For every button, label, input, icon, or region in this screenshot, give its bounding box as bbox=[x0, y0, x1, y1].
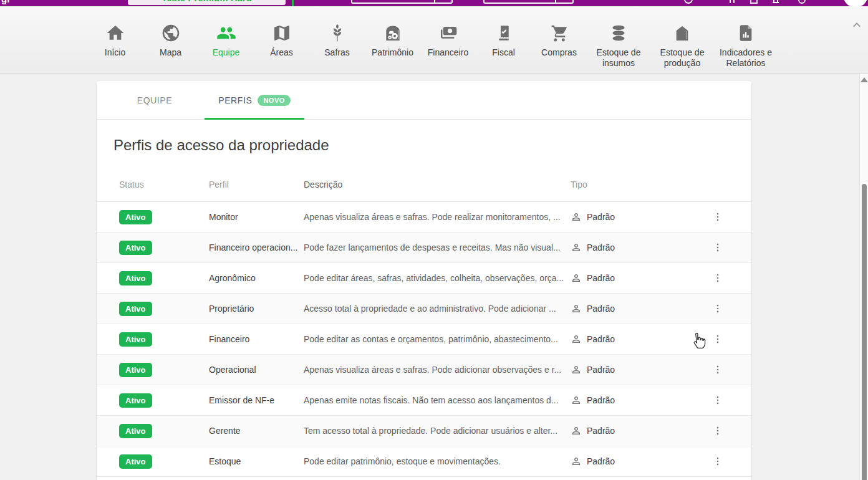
nav-item-label: Safras bbox=[324, 47, 349, 58]
profile-name: Operacional bbox=[209, 365, 304, 375]
nav-item-safras[interactable]: Safras bbox=[309, 6, 365, 73]
table-row[interactable]: Ativo Proprietário Acesso total à propri… bbox=[97, 294, 751, 324]
nav-item-label: Início bbox=[105, 47, 125, 58]
nav-item-indicadores[interactable]: Indicadores e Relatórios bbox=[714, 6, 778, 73]
person-icon bbox=[571, 242, 582, 253]
row-menu-button[interactable] bbox=[712, 364, 723, 375]
tab-bar: EQUIPE PERFIS NOVO bbox=[97, 81, 751, 120]
tab-equipe-label: EQUIPE bbox=[137, 95, 173, 105]
receipt-check-icon bbox=[494, 22, 514, 44]
nav-item-equipe[interactable]: Equipe bbox=[198, 6, 254, 73]
nav-item-inicio[interactable]: Início bbox=[87, 6, 143, 73]
tab-perfis-label: PERFIS bbox=[218, 95, 252, 105]
nav-item-areas[interactable]: Áreas bbox=[254, 6, 309, 73]
type-cell: Padrão bbox=[571, 456, 709, 467]
nav-item-financeiro[interactable]: Financeiro bbox=[420, 6, 476, 73]
table-row[interactable]: Ativo Emissor de NF-e Apenas emite notas… bbox=[97, 385, 751, 416]
table-row[interactable]: Ativo Financeiro operacion... Pode fazer… bbox=[97, 233, 751, 263]
tab-perfis[interactable]: PERFIS NOVO bbox=[205, 81, 304, 119]
page-title: Perfis de acesso da propriedade bbox=[113, 135, 751, 156]
scrollbar-up-arrow[interactable] bbox=[861, 77, 868, 82]
profile-description: Tem acesso total à propriedade. Pode adi… bbox=[304, 426, 571, 436]
person-icon bbox=[571, 364, 582, 375]
avatar[interactable] bbox=[843, 0, 868, 6]
type-label: Padrão bbox=[587, 212, 615, 222]
table-row[interactable]: Ativo Operacional Apenas visualiza áreas… bbox=[97, 355, 751, 385]
status-cell: Ativo bbox=[119, 241, 209, 255]
profile-name: Financeiro bbox=[209, 334, 304, 344]
plan-banner-divider bbox=[292, 0, 294, 6]
status-cell: Ativo bbox=[119, 302, 209, 316]
table-row[interactable]: Ativo Financeiro Pode editar as contas e… bbox=[97, 324, 751, 355]
nav-item-label: Fiscal bbox=[492, 47, 515, 58]
nav-item-patrimonio[interactable]: Patrimônio bbox=[365, 6, 420, 73]
row-menu-button[interactable] bbox=[712, 425, 723, 436]
cart-icon bbox=[549, 22, 569, 44]
nav-item-estoque-producao[interactable]: Estoque de produção bbox=[650, 6, 714, 73]
nav-item-label: Patrimônio bbox=[372, 47, 413, 58]
table-row[interactable]: Ativo Monitor Apenas visualiza áreas e s… bbox=[97, 202, 751, 233]
row-menu-button[interactable] bbox=[712, 395, 723, 406]
nav-item-fiscal[interactable]: Fiscal bbox=[476, 6, 531, 73]
property-selector[interactable]: Teste Lab bbox=[483, 0, 574, 4]
collapse-nav-button[interactable] bbox=[849, 17, 864, 32]
help-icon[interactable] bbox=[683, 0, 693, 4]
people-icon bbox=[216, 22, 236, 44]
type-cell: Padrão bbox=[571, 395, 709, 406]
database-icon bbox=[609, 22, 629, 44]
column-header-tipo: Tipo bbox=[571, 180, 709, 190]
profile-menu-icon[interactable] bbox=[797, 0, 807, 4]
status-badge: Ativo bbox=[119, 424, 152, 438]
status-badge: Ativo bbox=[119, 332, 152, 347]
map-icon bbox=[272, 22, 292, 44]
column-header-status: Status bbox=[119, 180, 209, 190]
row-menu-button[interactable] bbox=[712, 211, 723, 223]
notifications-icon[interactable] bbox=[771, 0, 781, 4]
status-badge: Ativo bbox=[119, 210, 152, 224]
status-cell: Ativo bbox=[119, 210, 209, 224]
status-badge: Ativo bbox=[119, 454, 152, 469]
status-cell: Ativo bbox=[119, 454, 209, 469]
type-label: Padrão bbox=[587, 334, 615, 344]
row-menu-button[interactable] bbox=[712, 303, 723, 314]
nav-item-label: Áreas bbox=[270, 47, 293, 58]
row-menu-button[interactable] bbox=[712, 456, 723, 467]
table-row[interactable]: Ativo Estoque Pode editar patrimônio, es… bbox=[97, 446, 751, 477]
kebab-menu-icon bbox=[712, 334, 723, 345]
tab-equipe[interactable]: EQUIPE bbox=[105, 81, 205, 119]
type-label: Padrão bbox=[587, 242, 615, 252]
profile-name: Agronômico bbox=[209, 273, 304, 283]
person-icon bbox=[571, 211, 582, 223]
plan-banner[interactable]: Teste Premium Hard bbox=[128, 0, 286, 5]
report-chart-icon bbox=[736, 22, 756, 44]
nav-item-mapa[interactable]: Mapa bbox=[143, 6, 198, 73]
banknote-icon bbox=[438, 22, 458, 44]
kebab-menu-icon bbox=[712, 303, 723, 314]
profile-name: Financeiro operacion... bbox=[209, 242, 304, 252]
silo-icon bbox=[672, 22, 692, 44]
scrollbar-track[interactable] bbox=[859, 74, 868, 480]
nav-item-label: Estoque de produção bbox=[650, 47, 714, 69]
scrollbar-thumb[interactable] bbox=[862, 184, 867, 480]
type-cell: Padrão bbox=[571, 242, 709, 253]
status-cell: Ativo bbox=[119, 393, 209, 408]
nav-item-estoque-insumos[interactable]: Estoque de insumos bbox=[587, 6, 650, 73]
person-icon bbox=[571, 334, 582, 345]
type-cell: Padrão bbox=[571, 334, 709, 345]
profile-description: Pode fazer lançamentos de despesas e rec… bbox=[304, 242, 571, 252]
gift-icon[interactable] bbox=[749, 0, 759, 4]
table-row[interactable]: Ativo Agronômico Pode editar áreas, safr… bbox=[97, 263, 751, 294]
row-menu-button[interactable] bbox=[712, 242, 723, 253]
updates-icon[interactable] bbox=[727, 0, 737, 4]
status-cell: Ativo bbox=[119, 424, 209, 438]
nav-item-compras[interactable]: Compras bbox=[531, 6, 587, 73]
kebab-menu-icon bbox=[712, 272, 723, 284]
nav-item-label: Indicadores e Relatórios bbox=[714, 47, 778, 69]
season-selector[interactable]: Safra Pano 25/25 bbox=[351, 0, 453, 4]
profile-name: Gerente bbox=[209, 426, 304, 436]
kebab-menu-icon bbox=[712, 242, 723, 253]
table-row[interactable]: Ativo Gerente Tem acesso total à proprie… bbox=[97, 416, 751, 446]
row-menu-button[interactable] bbox=[712, 272, 723, 284]
profile-description: Pode editar as contas e orçamentos, patr… bbox=[304, 334, 571, 344]
row-menu-button[interactable] bbox=[712, 334, 723, 345]
